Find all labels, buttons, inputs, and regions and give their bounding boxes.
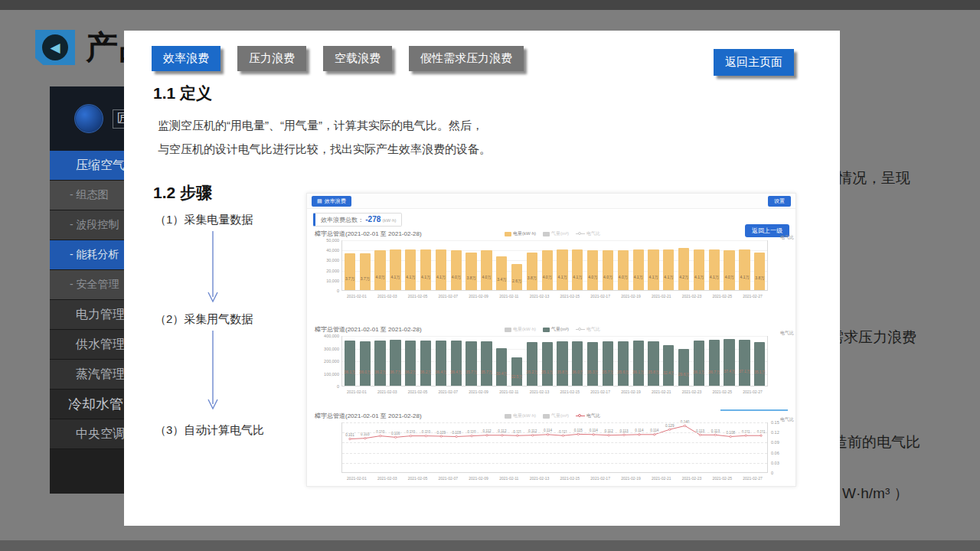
bar[interactable]: 35.3万 [587,342,598,386]
bar[interactable]: 36.4万 [451,341,462,386]
tab-inactive[interactable]: 假性需求压力浪费 [409,46,524,71]
bar-value-label: 36.1万 [345,370,356,374]
bar[interactable]: 3.8万 [466,253,476,290]
bar[interactable]: 2.6万 [511,264,522,290]
y-axis-tick: 100,000 [309,372,339,377]
bar[interactable]: 4.1万 [572,249,583,290]
bar[interactable]: 4.1万 [709,249,720,290]
bar[interactable]: 4.0万 [542,250,553,290]
legend-item[interactable]: 气量(m³) [543,412,569,419]
bar[interactable]: 36.1万 [633,341,644,386]
x-tick-label: 2021-02-17 [585,476,616,481]
bar[interactable]: 3.7万 [345,253,355,290]
bar[interactable]: 30.4万 [496,348,507,386]
legend-item[interactable]: 电量(kW·h) [505,412,536,419]
legend-item[interactable]: 电气比 [576,230,600,237]
y-axis-tick: 40,000 [309,248,339,253]
return-home-button[interactable]: 返回主页面 [714,49,794,76]
legend-item[interactable]: 电气比 [576,412,600,419]
clipped-text: W·h/m³ ） [842,484,909,504]
bar[interactable]: 35.6万 [618,341,629,386]
bar[interactable]: 3.8万 [527,253,537,290]
bar[interactable]: 36.1万 [345,341,355,386]
bar[interactable]: 36.2万 [374,341,385,386]
x-tick-label: 2021-02-07 [433,390,463,394]
bar[interactable]: 4.1万 [648,249,658,290]
bar-value-label: 29.6万 [678,372,690,377]
bar[interactable]: 36.7万 [709,340,720,386]
settings-button[interactable]: 设置 [768,196,791,207]
bar[interactable]: 4.0万 [724,250,734,290]
bar[interactable]: 35.7万 [481,341,492,386]
legend-swatch [505,328,511,332]
bar[interactable]: 4.2万 [678,248,689,290]
bar[interactable]: 4.1万 [557,249,567,290]
bar[interactable]: 4.1万 [694,249,704,290]
bar-slot: 4.1万 [418,240,433,290]
legend-swatch [543,328,550,332]
bar[interactable]: 35.1万 [754,342,765,386]
bar[interactable]: 35.8万 [648,341,658,386]
bar[interactable]: 4.1万 [390,249,400,290]
tab-active[interactable]: 效率浪费 [152,46,220,71]
bar[interactable]: 36.7万 [390,340,400,386]
y-axis-tick: 0 [309,384,339,389]
steps-heading: 1.2 步骤 [153,182,212,204]
bar-slot: 4.1万 [387,240,403,290]
bar[interactable]: 35.7万 [603,341,613,386]
legend-item[interactable]: 气量(m³) [543,326,569,333]
tab-inactive[interactable]: 空载浪费 [323,46,392,71]
x-tick-label: 2021-02-27 [737,390,768,394]
bar[interactable]: 4.1万 [405,249,416,290]
bar[interactable]: 22.5万 [511,357,522,386]
bar[interactable]: 4.0万 [587,250,598,290]
bar[interactable]: 3.8万 [754,253,765,290]
legend-item[interactable]: 气量(m³) [543,230,569,237]
legend-item[interactable]: 电量(kW·h) [505,230,536,237]
bar[interactable]: 4.1万 [436,249,446,290]
bar[interactable]: 35.8万 [557,341,567,386]
bar[interactable]: 3.4万 [496,256,507,290]
back-button[interactable]: ◀ [35,30,75,65]
chart-legend: 电量(kW·h)气量(m³)电气比 [505,412,600,419]
bar[interactable]: 32.4万 [663,345,674,386]
bar[interactable]: 35.1万 [542,342,553,386]
bar[interactable]: 3.7万 [360,253,371,290]
legend-item[interactable]: 电量(kW·h) [505,326,536,333]
bar[interactable]: 37.1万 [739,340,750,386]
bar[interactable]: 4.1万 [633,249,644,290]
bar[interactable]: 4.0万 [374,250,385,290]
bar[interactable]: 4.0万 [451,250,462,290]
bar[interactable]: 4.1万 [739,249,750,290]
x-tick-label: 2021-02-03 [372,294,403,298]
right-axis-label: 电气比 [780,234,794,241]
bar-value-label: 4.1万 [406,275,415,279]
right-axis-tick: 0.09 [771,440,779,445]
bar[interactable]: 4.1万 [663,249,674,290]
bar[interactable]: 4.1万 [420,249,431,290]
bar[interactable]: 36.0万 [360,341,371,386]
legend-line-swatch [576,416,585,416]
dashboard-module-button[interactable]: ▤ 效率浪费 [312,196,351,207]
bar[interactable]: 4.0万 [618,250,629,290]
bar[interactable]: 36.4万 [436,341,446,386]
line-series[interactable]: 0.1010.1030.1100.1060.1100.1100.1090.108… [342,422,769,473]
bar[interactable]: 36.2万 [405,341,416,386]
bar[interactable]: 37.4万 [724,339,734,386]
bar[interactable]: 35.7万 [466,341,476,386]
bar[interactable]: 4.0万 [603,250,613,290]
bar[interactable]: 36.2万 [420,341,431,386]
bar[interactable]: 29.6万 [678,349,689,386]
y-axis-tick: 0 [309,289,339,293]
bar-value-label: 4.0万 [603,275,612,279]
bar[interactable]: 35.2万 [527,342,537,386]
bar[interactable]: 36.0万 [572,341,583,386]
bar-value-label: 4.1万 [634,275,643,279]
bar-slot: 3.4万 [494,240,509,290]
bar[interactable]: 4.0万 [481,250,492,290]
gridline [342,463,767,464]
legend-item[interactable]: 电气比 [576,326,600,333]
tab-inactive[interactable]: 压力浪费 [237,46,306,71]
bar-value-label: 4.0万 [619,275,628,279]
bar[interactable]: 36.1万 [694,341,704,386]
